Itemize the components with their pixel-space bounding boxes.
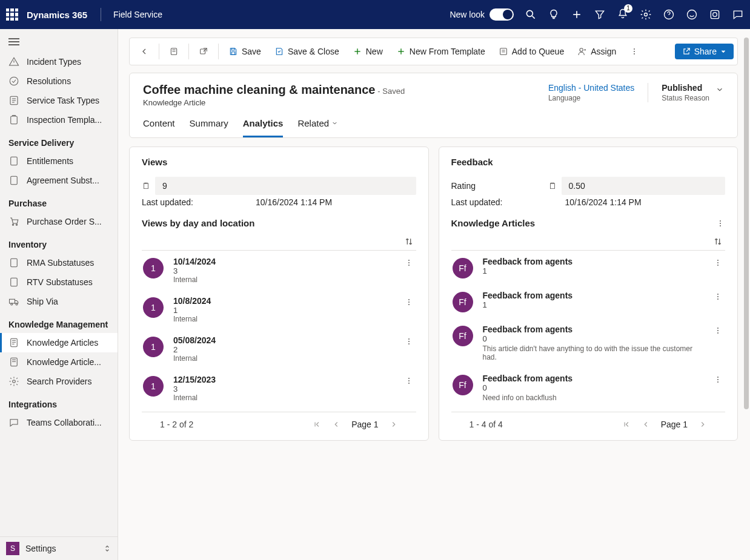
notification-badge: 1 (624, 4, 632, 13)
svg-point-62 (717, 379, 718, 380)
pager-next-icon[interactable] (699, 420, 707, 429)
item-count: 0 (483, 334, 703, 343)
svg-point-54 (717, 265, 718, 266)
svg-point-23 (13, 380, 16, 383)
sidebar-item-resolutions[interactable]: Resolutions (0, 71, 118, 91)
rating-value: 0.50 (562, 177, 726, 195)
tab-summary[interactable]: Summary (190, 118, 228, 137)
svg-point-46 (408, 378, 410, 379)
document-icon (8, 277, 19, 288)
language-field[interactable]: English - United States Language (548, 83, 634, 102)
new-look-toggle[interactable]: New look (450, 8, 514, 21)
sidebar-item-ship-via[interactable]: Ship Via (0, 292, 118, 311)
panel-title: Views (142, 157, 416, 167)
more-vertical-icon[interactable] (712, 324, 724, 338)
tab-analytics[interactable]: Analytics (243, 118, 284, 137)
new-from-template-button[interactable]: New From Template (390, 43, 491, 60)
search-icon[interactable] (525, 8, 537, 21)
gear-icon[interactable] (640, 8, 652, 21)
sidebar-item-rma-substatuses[interactable]: RMA Substatuses (0, 253, 118, 272)
nav-group-knowledge: Knowledge Management (0, 311, 118, 333)
sidebar-item-knowledge-articles[interactable]: Knowledge Articles (0, 333, 118, 352)
sidebar-item-purchase-order-substatuses[interactable]: Purchase Order S... (0, 212, 118, 231)
app-icon[interactable] (709, 8, 721, 21)
share-button[interactable]: Share (675, 44, 734, 59)
command-bar: Save Save & Close New New From Template … (129, 38, 738, 65)
app-launcher-icon[interactable] (6, 8, 18, 21)
back-button[interactable] (133, 43, 155, 60)
lightbulb-icon[interactable] (548, 8, 560, 21)
form-selector-button[interactable] (163, 43, 185, 60)
list-item[interactable]: 1 12/15/2023 3 Internal (142, 369, 416, 408)
help-icon[interactable] (663, 8, 675, 21)
pager-prev-icon[interactable] (332, 420, 340, 429)
list-item[interactable]: Ff Feedback from agents 1 (451, 251, 726, 285)
list-icon (8, 95, 19, 106)
more-vertical-icon[interactable] (712, 291, 724, 305)
save-close-button[interactable]: Save & Close (268, 43, 345, 60)
sidebar-item-teams[interactable]: Teams Collaborati... (0, 413, 118, 432)
tab-related[interactable]: Related (297, 118, 338, 137)
list-item[interactable]: 1 10/14/2024 3 Internal (142, 251, 416, 290)
plus-icon[interactable] (571, 8, 583, 21)
more-vertical-icon[interactable] (403, 335, 415, 349)
more-vertical-icon[interactable] (715, 219, 725, 228)
pager-first-icon[interactable] (313, 420, 321, 429)
tab-content[interactable]: Content (143, 118, 175, 137)
item-date: 10/8/2024 (173, 296, 393, 306)
new-button[interactable]: New (347, 43, 389, 60)
sidebar-item-agreement-substatuses[interactable]: Agreement Subst... (0, 171, 118, 190)
document-icon (8, 156, 19, 166)
notifications-button[interactable]: 1 (617, 8, 629, 22)
sidebar-item-incident-types[interactable]: Incident Types (0, 52, 118, 71)
toggle-icon[interactable] (489, 8, 514, 21)
scrollbar[interactable] (744, 38, 749, 409)
document-icon (8, 175, 19, 186)
pager-next-icon[interactable] (390, 420, 398, 429)
more-vertical-icon[interactable] (712, 374, 724, 387)
list-item[interactable]: Ff Feedback from agents 0Need info on ba… (451, 367, 726, 408)
pager-prev-icon[interactable] (642, 420, 650, 429)
open-new-window-button[interactable] (193, 43, 214, 60)
sidebar-item-rtv-substatuses[interactable]: RTV Substatuses (0, 272, 118, 292)
filter-icon[interactable] (594, 8, 606, 21)
cmd-label: Add to Queue (512, 47, 564, 56)
assign-button[interactable]: Assign (571, 43, 622, 60)
svg-point-42 (408, 304, 410, 305)
chat-icon[interactable] (732, 8, 744, 21)
svg-point-44 (408, 341, 410, 342)
overflow-button[interactable] (623, 43, 645, 60)
save-button[interactable]: Save (222, 43, 267, 60)
chevron-updown-icon (103, 544, 111, 553)
item-badge: Ff (453, 326, 473, 346)
more-vertical-icon[interactable] (403, 296, 415, 310)
collapse-nav-button[interactable] (0, 34, 118, 52)
subgrid-title: Knowledge Articles (451, 218, 536, 228)
list-item[interactable]: Ff Feedback from agents 0This article di… (451, 318, 726, 367)
pager-first-icon[interactable] (622, 420, 631, 429)
status-field[interactable]: Published Status Reason (662, 83, 724, 102)
sidebar-item-search-providers[interactable]: Search Providers (0, 372, 118, 391)
rating-label: Rating (451, 181, 548, 191)
views-count: 9 (155, 177, 416, 195)
svg-point-57 (717, 298, 718, 300)
item-note: This article didn't have anything to do … (483, 344, 703, 361)
list-item[interactable]: 1 10/8/2024 1 Internal (142, 290, 416, 329)
sidebar-item-service-task-types[interactable]: Service Task Types (0, 91, 118, 110)
more-vertical-icon[interactable] (712, 257, 724, 271)
sort-icon[interactable] (713, 237, 723, 246)
sidebar-item-inspection-templates[interactable]: Inspection Templa... (0, 110, 118, 130)
svg-rect-32 (500, 48, 506, 55)
add-to-queue-button[interactable]: Add to Queue (493, 43, 570, 60)
list-item[interactable]: 1 05/08/2024 2 Internal (142, 329, 416, 369)
item-badge: Ff (453, 292, 473, 312)
app-name: Field Service (113, 10, 162, 19)
more-vertical-icon[interactable] (403, 257, 415, 271)
list-item[interactable]: Ff Feedback from agents 1 (451, 285, 726, 318)
smiley-icon[interactable] (686, 8, 698, 21)
sidebar-item-knowledge-article-templates[interactable]: Knowledge Article... (0, 352, 118, 372)
sidebar-item-entitlements[interactable]: Entitlements (0, 151, 118, 171)
sort-icon[interactable] (404, 237, 414, 246)
more-vertical-icon[interactable] (403, 375, 415, 389)
area-switcher[interactable]: S Settings (0, 536, 118, 560)
